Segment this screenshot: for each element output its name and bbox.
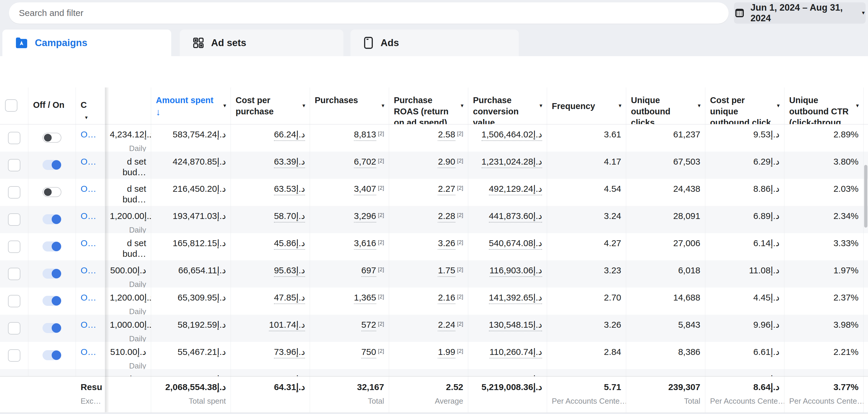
- search-input[interactable]: Search and filter: [9, 2, 728, 24]
- spent-cell: 66,654.11د.إ: [151, 260, 231, 288]
- tab-ads[interactable]: Ads: [350, 30, 519, 56]
- campaign-name-link[interactable]: O…: [81, 265, 96, 275]
- roas-cell: 3.26[2]: [389, 233, 468, 260]
- cpp-value[interactable]: 63.39د.إ: [274, 156, 305, 168]
- campaign-name-link[interactable]: O…: [81, 157, 96, 166]
- tab-campaigns[interactable]: Campaigns: [2, 30, 171, 56]
- campaign-name-link[interactable]: O…: [81, 374, 96, 376]
- campaign-toggle[interactable]: [42, 187, 61, 197]
- ctr-cell: 2.89%: [784, 124, 864, 152]
- cpp-value[interactable]: 58.70د.إ: [274, 211, 305, 223]
- roas-value[interactable]: 1.75: [438, 265, 455, 277]
- spent-cell: 38,975.91د.إ: [151, 369, 231, 376]
- ctr-value: 3.80%: [833, 157, 859, 166]
- header-unique-outbound-ctr[interactable]: Unique outbound CTR (click-throug… ▼: [784, 87, 864, 124]
- roas-value[interactable]: 2.58: [438, 129, 455, 141]
- budget-cell: 1,200.00د.إDaily: [105, 288, 151, 315]
- header-amount-spent[interactable]: Amount spent ↓ ▼: [151, 87, 231, 124]
- row-checkbox[interactable]: [8, 132, 20, 144]
- pcv-value[interactable]: 100,108.78د.إ: [489, 374, 542, 376]
- row-checkbox[interactable]: [8, 349, 20, 362]
- header-cost-per-unique-outbound-click[interactable]: Cost per unique outbound click ▼: [705, 87, 784, 124]
- pcv-value[interactable]: 441,873.60د.إ: [489, 211, 542, 223]
- campaign-toggle[interactable]: [42, 323, 61, 333]
- campaign-toggle[interactable]: [42, 160, 61, 170]
- campaign-toggle[interactable]: [42, 133, 61, 143]
- pcv-value[interactable]: 492,129.24د.إ: [489, 183, 542, 195]
- pcv-value[interactable]: 1,231,024.28د.إ: [482, 156, 542, 168]
- roas-value[interactable]: 2.16: [438, 292, 455, 304]
- row-checkbox[interactable]: [8, 159, 20, 171]
- roas-value[interactable]: 2.89: [438, 374, 455, 376]
- purchases-value[interactable]: 697: [361, 265, 376, 277]
- campaign-name-link[interactable]: O…: [81, 184, 96, 194]
- row-checkbox[interactable]: [8, 186, 20, 199]
- date-range-button[interactable]: Jun 1, 2024 – Aug 31, 2024 ▼: [734, 2, 866, 24]
- pcv-value[interactable]: 540,674.08د.إ: [489, 238, 542, 250]
- header-unique-outbound-clicks[interactable]: Unique outbound clicks ▼: [626, 87, 705, 124]
- campaign-name-link[interactable]: O…: [81, 320, 96, 329]
- roas-value[interactable]: 2.90: [438, 156, 455, 168]
- roas-value[interactable]: 3.26: [438, 238, 455, 250]
- pcv-value[interactable]: 141,392.65د.إ: [489, 292, 542, 304]
- campaign-name-link[interactable]: O…: [81, 347, 96, 357]
- cpuoc-cell: 6.61د.إ: [705, 342, 784, 369]
- purchases-value[interactable]: 595: [361, 374, 376, 376]
- pcv-value[interactable]: 1,506,464.02د.إ: [482, 129, 542, 141]
- pcv-value[interactable]: 116,903.06د.إ: [490, 265, 542, 277]
- campaign-toggle[interactable]: [42, 350, 61, 360]
- purchases-value[interactable]: 3,296: [354, 211, 376, 223]
- header-budget[interactable]: [105, 87, 151, 124]
- header-campaign[interactable]: C ▼: [76, 87, 105, 124]
- select-all-checkbox[interactable]: [5, 99, 18, 112]
- cpp-cell: 45.86د.إ: [231, 233, 310, 260]
- toggle-knob: [44, 188, 52, 196]
- roas-value[interactable]: 2.27: [438, 183, 455, 195]
- vertical-scrollbar[interactable]: [864, 165, 867, 228]
- campaign-name-link[interactable]: O…: [81, 293, 96, 302]
- header-frequency[interactable]: Frequency ▼: [547, 87, 626, 124]
- header-purchase-roas[interactable]: Purchase ROAS (return on ad spend) ▼: [389, 87, 468, 124]
- purchases-value[interactable]: 572: [361, 320, 376, 331]
- purchases-value[interactable]: 1,365: [354, 292, 376, 304]
- tab-adsets[interactable]: Ad sets: [180, 30, 343, 56]
- campaign-name-link[interactable]: O…: [81, 238, 96, 248]
- header-off-on[interactable]: Off / On: [28, 87, 76, 124]
- row-checkbox[interactable]: [8, 213, 20, 226]
- row-checkbox[interactable]: [8, 240, 20, 253]
- campaign-toggle[interactable]: [42, 296, 61, 306]
- purchases-value[interactable]: 750: [361, 347, 376, 358]
- chevron-down-icon: ▼: [776, 104, 781, 108]
- campaign-name-link[interactable]: O…: [81, 211, 96, 221]
- header-purchases[interactable]: Purchases ▼: [310, 87, 389, 124]
- roas-value[interactable]: 1.99: [438, 347, 455, 358]
- campaign-toggle[interactable]: [42, 241, 61, 252]
- row-checkbox[interactable]: [8, 322, 20, 334]
- purchases-value[interactable]: 6,702: [354, 156, 376, 168]
- purchases-cell: 6,702[2]: [310, 152, 389, 179]
- table-row: O…d set bud…424,870.85د.إ63.39د.إ6,702[2…: [0, 152, 868, 179]
- row-checkbox[interactable]: [8, 268, 20, 280]
- row-checkbox[interactable]: [8, 295, 20, 307]
- pcv-cell: 110,260.74د.إ: [468, 342, 547, 369]
- roas-value[interactable]: 2.24: [438, 320, 455, 331]
- header-cost-per-purchase[interactable]: Cost per purchase ▼: [231, 87, 310, 124]
- cpp-value[interactable]: 73.96د.إ: [274, 347, 305, 358]
- purchases-value[interactable]: 3,407: [354, 183, 376, 195]
- campaign-toggle[interactable]: [42, 214, 61, 224]
- purchases-value[interactable]: 3,616: [354, 238, 376, 250]
- cpp-value[interactable]: 66.24د.إ: [274, 129, 305, 141]
- purchases-value[interactable]: 8,813: [354, 129, 376, 141]
- pcv-value[interactable]: 130,548.15د.إ: [489, 320, 542, 331]
- cpp-value[interactable]: 45.86د.إ: [274, 238, 305, 250]
- pcv-value[interactable]: 110,260.74د.إ: [490, 347, 542, 358]
- cpp-value[interactable]: 63.53د.إ: [274, 183, 305, 195]
- cpp-value[interactable]: 95.63د.إ: [274, 265, 305, 277]
- cpp-value[interactable]: 47.85د.إ: [274, 292, 305, 304]
- campaign-name-link[interactable]: O…: [81, 129, 96, 139]
- campaign-toggle[interactable]: [42, 269, 61, 279]
- roas-value[interactable]: 2.28: [438, 211, 455, 223]
- cpp-value[interactable]: 101.74د.إ: [269, 320, 305, 331]
- cpp-value[interactable]: 65.51د.إ: [274, 374, 305, 376]
- header-purchase-conversion-value[interactable]: Purchase conversion value ▼: [468, 87, 547, 124]
